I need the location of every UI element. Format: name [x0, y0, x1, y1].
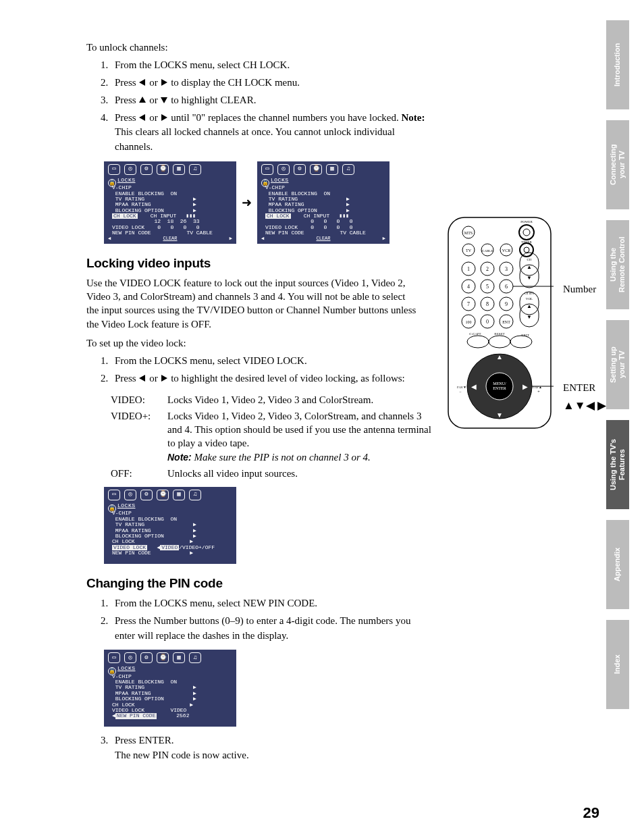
svg-text:9: 9 [505, 301, 508, 307]
osd-icon-bar: ▭◎⚙⌚▦♫ [108, 164, 232, 175]
svg-text:3: 3 [505, 266, 508, 272]
tab-appendix: Appendix [606, 520, 629, 609]
osd-hl: NEW PIN CODE [115, 713, 157, 719]
osd-icon: ▭ [108, 490, 120, 500]
note-label: Note: [167, 452, 192, 463]
svg-marker-0 [139, 79, 145, 86]
svg-text:▼: ▼ [527, 314, 532, 320]
page-content: To unlock channels: From the LOCKS menu,… [0, 0, 432, 763]
tab-remote-control: Using the Remote Control [606, 220, 629, 309]
osd-icon: ▭ [108, 164, 120, 175]
def-label: VIDEO+: [111, 409, 167, 464]
svg-text:CH: CH [527, 258, 532, 261]
osd-icon: ⌚ [157, 490, 169, 500]
svg-text:ENTER: ENTER [493, 386, 506, 390]
text: until "0" replaces the channel numbers y… [168, 112, 401, 123]
remote-diagram: MTS POWER TIMER TV CABLE VCR 1 2 3 4 5 6… [446, 215, 608, 434]
def-body: Locks Video 1, Video 2, Video 3, ColorSt… [167, 409, 432, 464]
svg-text:100: 100 [466, 320, 472, 324]
page-number: 29 [583, 804, 599, 822]
text: to highlight CLEAR. [168, 95, 256, 105]
def-label: VIDEO: [111, 393, 167, 407]
osd-lines: V-CHIP ENABLE BLOCKING ON TV RATING ▶ MP… [112, 674, 232, 719]
osd-lines: V-CHIP ENABLE BLOCKING ON TV RATING ▶ MP… [112, 185, 232, 236]
tab-connecting: Connecting your TV [606, 120, 629, 209]
triangle-right-icon [160, 113, 168, 122]
text: Locks Video 1, Video 2, Video 3, ColorSt… [167, 411, 431, 449]
pin-step-3: Press ENTER. The new PIN code is now act… [111, 733, 432, 763]
osd-icon: ◎ [124, 164, 136, 175]
osd-icon: ▦ [173, 652, 185, 663]
osd-title: LOCKS [271, 178, 385, 183]
tab-using-features: Using the TV's Features [606, 420, 629, 509]
svg-text:ADV: ADV [496, 351, 504, 355]
svg-marker-6 [139, 375, 145, 382]
text: Press [115, 373, 138, 384]
svg-text:EXIT: EXIT [521, 334, 529, 337]
svg-text:7: 7 [467, 301, 470, 307]
svg-text:◀: ◀ [471, 383, 477, 390]
remote-label-enter: ENTER [563, 382, 595, 394]
svg-marker-3 [161, 97, 167, 103]
osd-screen-before: ▭◎⚙⌚▦♫ 🔒 LOCKS V-CHIP ENABLE BLOCKING ON… [104, 161, 236, 244]
osd-icon: ▭ [108, 652, 120, 663]
osd-pair-unlock: ▭◎⚙⌚▦♫ 🔒 LOCKS V-CHIP ENABLE BLOCKING ON… [104, 161, 432, 244]
osd-line: NEW PIN CODE ▶ [112, 550, 232, 556]
triangle-left-icon [138, 78, 146, 86]
svg-text:ADV: ADV [496, 421, 504, 425]
tab-setting-up: Setting up your TV [606, 320, 629, 409]
svg-text:POWER: POWER [520, 220, 533, 224]
osd-icon-bar: ▭◎⚙⌚▦♫ [261, 164, 385, 175]
side-tab-nav: Introduction Connecting your TV Using th… [606, 20, 629, 709]
svg-text:C.CAPT: C.CAPT [469, 332, 481, 336]
lock-icon: 🔒 [108, 504, 116, 513]
svg-text:0: 0 [486, 319, 489, 325]
osd-line-newpin: ◀NEW PIN CODE 2562 [112, 713, 232, 719]
osd-line: NEW PIN CODE TV CABLE [112, 230, 232, 236]
remote-svg: MTS POWER TIMER TV CABLE VCR 1 2 3 4 5 6… [446, 215, 554, 431]
def-body: Locks Video 1, Video 2, Video 3 and Colo… [167, 393, 432, 407]
arrow-right-icon: ➜ [242, 195, 252, 210]
osd-lines: V-CHIP ENABLE BLOCKING ON TV RATING ▶ MP… [112, 511, 232, 556]
svg-text:FAV▼: FAV▼ [457, 386, 466, 389]
text: or [146, 373, 160, 384]
svg-text:TV: TV [466, 249, 472, 253]
def-off: OFF: Unlocks all video input sources. [111, 467, 432, 480]
svg-text:4: 4 [467, 284, 470, 290]
osd-icon-bar: ▭◎⚙⌚▦♫ [108, 490, 232, 500]
osd-icon: ▦ [173, 164, 185, 175]
heading-changing-pin: Changing the PIN code [86, 576, 432, 591]
osd-video-lock: ▭◎⚙⌚▦♫ 🔒 LOCKS V-CHIP ENABLE BLOCKING ON… [104, 487, 432, 564]
svg-text:6: 6 [505, 284, 508, 290]
triangle-down-icon [160, 96, 168, 104]
svg-text:ENT: ENT [502, 320, 510, 324]
text: This clears all locked channels at once.… [115, 126, 395, 152]
unlock-step-4: Press or until "0" replaces the channel … [111, 111, 432, 155]
pin-steps-cont: Press ENTER. The new PIN code is now act… [111, 733, 432, 763]
locking-step-1: From the LOCKS menu, select VIDEO LOCK. [111, 354, 432, 369]
svg-text:5: 5 [486, 284, 489, 290]
osd-text: 2562 [157, 712, 189, 719]
tab-introduction: Introduction [606, 20, 629, 109]
svg-marker-1 [161, 79, 167, 86]
triangle-left-icon [138, 374, 146, 382]
note-label: Note: [401, 112, 425, 123]
locking-p2: To set up the video lock: [86, 336, 432, 350]
triangle-left-icon [138, 113, 146, 122]
svg-text:MENU/: MENU/ [493, 382, 506, 386]
triangle-right-icon [160, 374, 168, 382]
pin-steps: From the LOCKS menu, select NEW PIN CODE… [111, 596, 432, 643]
svg-text:MTS: MTS [464, 231, 473, 235]
locking-steps: From the LOCKS menu, select VIDEO LOCK. … [111, 354, 432, 386]
unlock-intro: To unlock channels: [86, 41, 432, 54]
osd-icon: ⌚ [157, 164, 169, 175]
osd-icon: ♫ [189, 652, 201, 663]
osd-icon: ⌚ [157, 652, 169, 663]
osd-icon: ▭ [261, 164, 273, 175]
def-video: VIDEO: Locks Video 1, Video 2, Video 3 a… [111, 393, 432, 407]
pin-step-1: From the LOCKS menu, select NEW PIN CODE… [111, 596, 432, 611]
pin-step-2: Press the Number buttons (0–9) to enter … [111, 614, 432, 644]
lock-icon: 🔒 [108, 179, 116, 187]
svg-text:8: 8 [486, 301, 489, 307]
unlock-step-1: From the LOCKS menu, select CH LOCK. [111, 58, 432, 73]
